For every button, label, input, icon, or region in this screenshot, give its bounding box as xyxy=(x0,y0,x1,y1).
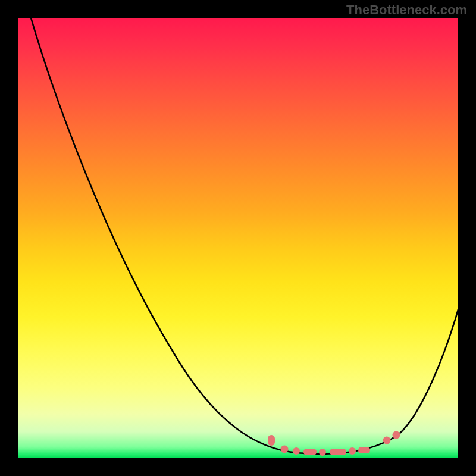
svg-point-4 xyxy=(319,449,326,456)
svg-rect-0 xyxy=(268,435,275,446)
watermark-text: TheBottleneck.com xyxy=(346,2,467,18)
plot-area xyxy=(18,18,458,458)
svg-rect-5 xyxy=(330,449,346,455)
svg-rect-3 xyxy=(303,449,317,455)
svg-point-6 xyxy=(349,447,356,455)
svg-point-2 xyxy=(293,447,300,455)
svg-rect-7 xyxy=(358,447,370,453)
svg-point-8 xyxy=(383,437,391,444)
svg-point-1 xyxy=(281,446,289,453)
bottleneck-curve xyxy=(31,18,458,454)
chart-container: TheBottleneck.com xyxy=(0,0,476,476)
curve-overlay xyxy=(18,18,458,458)
svg-point-9 xyxy=(393,431,400,439)
